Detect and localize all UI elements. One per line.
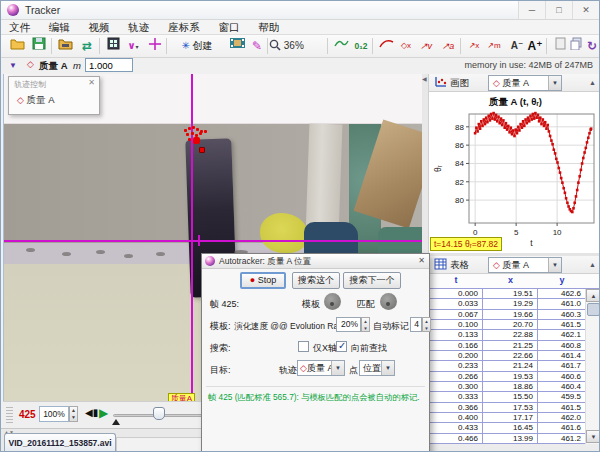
match-image[interactable] (380, 293, 397, 310)
target-track-dropdown[interactable]: ◇质量 A▼ (297, 360, 345, 376)
search-next-button[interactable]: 搜索下一个 (343, 272, 401, 289)
track-menu-arrow-icon[interactable]: ▼ (9, 61, 17, 70)
track-control-close-icon[interactable]: ✕ (88, 78, 95, 87)
template-image[interactable] (324, 293, 341, 310)
menu-track[interactable]: 轨迹 (120, 20, 157, 35)
menu-file[interactable]: 文件 (1, 20, 38, 35)
menu-window[interactable]: 窗口 (210, 20, 247, 35)
positions-icon[interactable]: ◇x (396, 37, 416, 56)
table-row[interactable]: 0.03319.29461.0 (429, 299, 585, 309)
table-row[interactable]: 0.26619.53460.6 (429, 372, 585, 382)
stop-button[interactable]: ● Stop (240, 272, 286, 289)
scroll-up-icon[interactable]: ▲ (586, 289, 600, 302)
acceleration-vectors-icon[interactable]: ↗a (438, 37, 458, 56)
font-bigger-icon[interactable]: A⁺ (525, 37, 545, 56)
divider-collapse-icon[interactable]: ◀ (422, 75, 427, 82)
table-row[interactable]: 0.23321.24461.7 (429, 361, 585, 371)
play-rate-field[interactable]: 100% (39, 406, 69, 422)
coordinate-x-axis[interactable] (4, 240, 422, 242)
current-track-label[interactable]: 质量 A (39, 60, 68, 73)
table-view-button[interactable]: 表格 (450, 258, 469, 272)
table-row[interactable]: 0.43316.45461.6 (429, 423, 585, 433)
table-cell: 0.400 (429, 413, 483, 423)
plot-collapse-icon[interactable]: ▲ (589, 79, 596, 86)
data-curve (475, 113, 591, 212)
table-column-headers: t x y (428, 274, 600, 289)
menu-video[interactable]: 视频 (81, 20, 118, 35)
table-row[interactable]: 0.20022.66461.4 (429, 351, 585, 361)
table-scrollbar[interactable]: ▲ ▼ (585, 289, 600, 444)
table-row[interactable]: 0.10020.70461.5 (429, 320, 585, 330)
search-target-mark[interactable] (199, 147, 205, 153)
table-row[interactable]: 0.40017.17462.0 (429, 413, 585, 423)
font-smaller-icon[interactable]: A⁻ (507, 37, 527, 56)
maximize-button[interactable]: □ (545, 1, 572, 19)
refresh-icon[interactable]: ↻ (582, 37, 600, 56)
plot-view-button[interactable]: 画图 (450, 76, 469, 90)
x-axis-only-checkbox[interactable] (298, 341, 309, 352)
table-row[interactable]: 0.16621.25460.8 (429, 341, 585, 351)
column-t[interactable]: t (429, 275, 483, 285)
table-row[interactable]: 0.33315.50459.5 (429, 392, 585, 402)
clip-settings-icon[interactable] (103, 37, 123, 56)
look-ahead-checkbox[interactable] (336, 341, 347, 352)
mass-value-input[interactable] (85, 58, 133, 72)
velocity-vectors-icon[interactable]: ↗v (416, 37, 436, 56)
menu-coords[interactable]: 座标系 (160, 20, 208, 35)
automark-spinner[interactable]: ▲▼ (422, 317, 431, 332)
track-control-item[interactable]: ◇ 质量 A (17, 94, 55, 107)
scrollbar-thumb[interactable] (587, 303, 600, 316)
data-table[interactable]: 0.00019.51462.60.03319.29461.00.06719.66… (428, 289, 585, 444)
track-control-icon[interactable]: ✎ (247, 37, 267, 56)
search-this-button[interactable]: 搜索这个 (292, 272, 340, 289)
reload-video-icon[interactable]: ⇄ (77, 37, 97, 56)
column-y[interactable]: y (538, 275, 586, 285)
table-cell: 0.300 (429, 382, 483, 392)
evolution-rate-spinner[interactable]: ▲▼ (361, 317, 370, 332)
automark-field[interactable]: 4 (410, 317, 422, 332)
table-cell: 0.433 (429, 423, 483, 433)
table-track-dropdown[interactable]: ◇ 质量 A▼ (488, 257, 562, 273)
reset-frame-button[interactable]: ◀▮ (85, 407, 98, 418)
table-row[interactable]: 0.00019.51462.6 (429, 289, 585, 299)
create-track-button[interactable]: ✳ 创建 (171, 37, 223, 56)
minimize-button[interactable]: ─ (518, 1, 545, 19)
plot-area[interactable]: 质量 A (t, θᵣ) 05108082848688tθᵣ t=14.15 θ… (428, 92, 600, 253)
evolution-rate-field[interactable]: 20% (336, 317, 361, 332)
table-collapse-icon[interactable]: ▲ (589, 261, 596, 268)
player-grip[interactable] (6, 407, 13, 423)
video-file-tab[interactable]: VID_20161112_153857.avi (4, 433, 116, 452)
save-icon[interactable] (29, 37, 49, 56)
play-button[interactable]: ▶ (99, 406, 108, 420)
table-row[interactable]: 0.36617.53461.5 (429, 403, 585, 413)
open-file-icon[interactable] (7, 37, 27, 56)
autotracker-close-icon[interactable]: ✕ (418, 256, 425, 265)
vector-sum-icon[interactable]: ↗x (464, 37, 484, 56)
table-row[interactable]: 0.30018.86460.4 (429, 382, 585, 392)
calibration-tools-icon[interactable]: ∨▾ (123, 37, 143, 56)
table-row[interactable]: 0.06719.66460.3 (429, 310, 585, 320)
menu-help[interactable]: 帮助 (250, 20, 287, 35)
coordinate-y-axis[interactable] (191, 74, 193, 397)
autotracker-title-bar[interactable]: Autotracker: 质量 A 位置 ✕ (202, 254, 429, 269)
plot-track-dropdown[interactable]: ◇ 质量 A▼ (488, 75, 562, 91)
close-button[interactable]: ✕ (572, 1, 599, 19)
axes-icon[interactable] (145, 37, 165, 56)
path-icon[interactable] (376, 37, 396, 56)
filmstrip-icon[interactable] (227, 37, 247, 56)
current-track-point[interactable] (193, 137, 200, 144)
scroll-down-icon[interactable]: ▼ (586, 430, 600, 443)
open-video-icon[interactable] (55, 37, 75, 56)
in-point-marker-icon[interactable] (112, 419, 120, 425)
step-numbers-icon[interactable]: 0₁2 (351, 37, 371, 56)
zoom-button[interactable]: 36% (269, 37, 325, 56)
trails-icon[interactable] (331, 37, 351, 56)
target-point-dropdown[interactable]: 位置▼ (359, 360, 395, 376)
menu-edit[interactable]: 编辑 (41, 20, 78, 35)
center-of-mass-icon[interactable]: ↗m (484, 37, 504, 56)
frame-slider-thumb[interactable] (153, 407, 165, 420)
table-row[interactable]: 0.13322.88462.1 (429, 330, 585, 340)
table-row[interactable]: 0.46613.99461.2 (429, 434, 585, 444)
rate-spinner[interactable]: ▲▼ (69, 406, 78, 422)
column-x[interactable]: x (483, 275, 538, 285)
